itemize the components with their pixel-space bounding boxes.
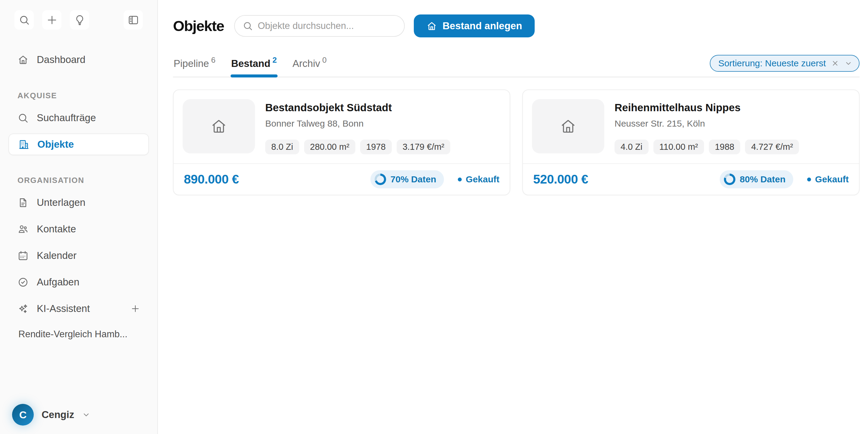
- user-menu[interactable]: C Cengiz: [8, 404, 149, 426]
- sidebar-panel-icon: [128, 14, 139, 26]
- create-bestand-button[interactable]: Bestand anlegen: [414, 14, 535, 37]
- progress-ring-icon: [375, 174, 386, 185]
- check-circle-icon: [18, 277, 29, 288]
- object-price: 520.000 €: [533, 172, 588, 187]
- sidebar-item-label: KI-Assistent: [37, 303, 90, 314]
- home-icon: [18, 54, 29, 65]
- create-bestand-label: Bestand anlegen: [442, 20, 522, 32]
- chevron-down-icon: [82, 410, 90, 419]
- object-title: Bestandsobjekt Südstadt: [265, 101, 450, 114]
- tab-bestand[interactable]: Bestand 2: [230, 58, 278, 76]
- attribute-chip-price-per-sqm: 4.727 €/m²: [745, 140, 799, 154]
- tab-archiv[interactable]: Archiv 0: [292, 58, 327, 76]
- house-icon: [210, 118, 227, 135]
- sidebar-item-ki-assistent[interactable]: KI-Assistent: [8, 298, 149, 319]
- tab-count: 0: [322, 56, 327, 65]
- tabbar: Pipeline 6 Bestand 2 Archiv 0 Sortierung…: [173, 55, 860, 78]
- house-icon: [427, 21, 437, 31]
- document-icon: [18, 197, 29, 208]
- tab-label: Pipeline: [174, 58, 209, 69]
- object-card-grid: Bestandsobjekt Südstadt Bonner Talweg 88…: [173, 90, 860, 195]
- attribute-chip-area: 280.00 m²: [304, 140, 355, 154]
- status-dot-icon: [807, 178, 811, 181]
- collapse-sidebar-button[interactable]: [124, 10, 143, 30]
- attribute-chip-price-per-sqm: 3.179 €/m²: [397, 140, 451, 154]
- sort-filter-chip[interactable]: Sortierung: Neueste zuerst: [710, 55, 860, 72]
- sparkles-icon: [18, 303, 29, 314]
- sidebar-item-objekte[interactable]: Objekte: [8, 133, 149, 155]
- sidebar-toolbar: [8, 10, 149, 30]
- global-search-button[interactable]: [14, 10, 34, 30]
- tab-label: Archiv: [293, 58, 320, 69]
- new-chat-button[interactable]: [131, 304, 140, 313]
- card-footer: 890.000 € 70% Daten Gekauft: [174, 163, 510, 195]
- sidebar-item-suchauftraege[interactable]: Suchaufträge: [8, 107, 149, 129]
- ki-chat-item-rendite-vergleich[interactable]: Rendite-Vergleich Hamb...: [8, 324, 149, 344]
- card-body: Reihenmittelhaus Nippes Neusser Str. 215…: [523, 90, 859, 163]
- sidebar-item-aufgaben[interactable]: Aufgaben: [8, 271, 149, 293]
- sort-label: Sortierung: Neueste zuerst: [718, 58, 826, 68]
- close-icon[interactable]: [831, 59, 839, 67]
- user-name: Cengiz: [41, 409, 74, 421]
- tab-pipeline[interactable]: Pipeline 6: [173, 58, 216, 76]
- object-price: 890.000 €: [184, 172, 239, 187]
- search-icon: [243, 21, 253, 31]
- object-card[interactable]: Bestandsobjekt Südstadt Bonner Talweg 88…: [173, 90, 510, 195]
- object-info: Reihenmittelhaus Nippes Neusser Str. 215…: [615, 99, 799, 154]
- search-input[interactable]: [258, 21, 400, 31]
- plus-icon: [131, 304, 140, 313]
- tab-count: 2: [273, 56, 277, 65]
- ideas-button[interactable]: [70, 10, 89, 30]
- main-content: Objekte Bestand anlegen Pipeline 6 Besta…: [158, 0, 868, 434]
- sidebar-section-akquise: AKQUISE: [8, 91, 149, 100]
- object-card[interactable]: Reihenmittelhaus Nippes Neusser Str. 215…: [522, 90, 860, 195]
- tab-count: 6: [211, 56, 215, 65]
- lightbulb-icon: [74, 14, 85, 26]
- card-footer-right: 70% Daten Gekauft: [370, 170, 499, 188]
- object-thumbnail: [183, 99, 255, 153]
- progress-ring-icon: [724, 174, 735, 185]
- card-body: Bestandsobjekt Südstadt Bonner Talweg 88…: [174, 90, 510, 163]
- data-completeness-badge: 80% Daten: [720, 170, 794, 188]
- sidebar-item-label: Objekte: [37, 138, 74, 150]
- status-badge: Gekauft: [458, 174, 499, 184]
- chevron-down-icon[interactable]: [844, 59, 852, 67]
- search-icon: [18, 113, 29, 124]
- page-header: Objekte Bestand anlegen: [173, 14, 860, 37]
- status-label: Gekauft: [466, 174, 499, 184]
- sidebar-item-label: Kontakte: [37, 223, 76, 235]
- status-dot-icon: [458, 178, 462, 181]
- object-attributes: 8.0 Zi 280.00 m² 1978 3.179 €/m²: [265, 140, 450, 154]
- house-icon: [559, 118, 577, 135]
- object-title: Reihenmittelhaus Nippes: [615, 101, 799, 114]
- object-address: Bonner Talweg 88, Bonn: [265, 119, 450, 129]
- calendar-icon: [18, 250, 29, 261]
- building-icon: [18, 139, 29, 150]
- card-footer: 520.000 € 80% Daten Gekauft: [523, 163, 859, 195]
- sidebar-item-label: Suchaufträge: [37, 112, 96, 124]
- sidebar-item-label: Aufgaben: [37, 276, 79, 288]
- status-badge: Gekauft: [807, 174, 849, 184]
- page-title: Objekte: [173, 18, 224, 34]
- sidebar: Dashboard AKQUISE Suchaufträge Objekte O…: [0, 0, 158, 434]
- sidebar-item-kontakte[interactable]: Kontakte: [8, 218, 149, 240]
- quick-add-button[interactable]: [42, 10, 61, 30]
- sidebar-item-unterlagen[interactable]: Unterlagen: [8, 192, 149, 213]
- users-icon: [18, 224, 29, 235]
- status-label: Gekauft: [815, 174, 849, 184]
- plus-icon: [46, 14, 58, 26]
- data-completeness-label: 80% Daten: [740, 174, 786, 184]
- sidebar-item-dashboard[interactable]: Dashboard: [8, 49, 149, 70]
- attribute-chip-rooms: 4.0 Zi: [615, 140, 649, 154]
- sidebar-item-kalender[interactable]: Kalender: [8, 245, 149, 267]
- attribute-chip-area: 110.00 m²: [653, 140, 704, 154]
- objects-search: [234, 15, 405, 37]
- object-info: Bestandsobjekt Südstadt Bonner Talweg 88…: [265, 99, 450, 154]
- sidebar-item-label: Kalender: [37, 250, 76, 261]
- attribute-chip-year: 1988: [709, 140, 741, 154]
- attribute-chip-rooms: 8.0 Zi: [265, 140, 299, 154]
- sidebar-item-label: Unterlagen: [37, 197, 85, 208]
- sidebar-item-label: Dashboard: [37, 54, 85, 65]
- tab-label: Bestand: [231, 58, 270, 69]
- data-completeness-label: 70% Daten: [391, 174, 436, 184]
